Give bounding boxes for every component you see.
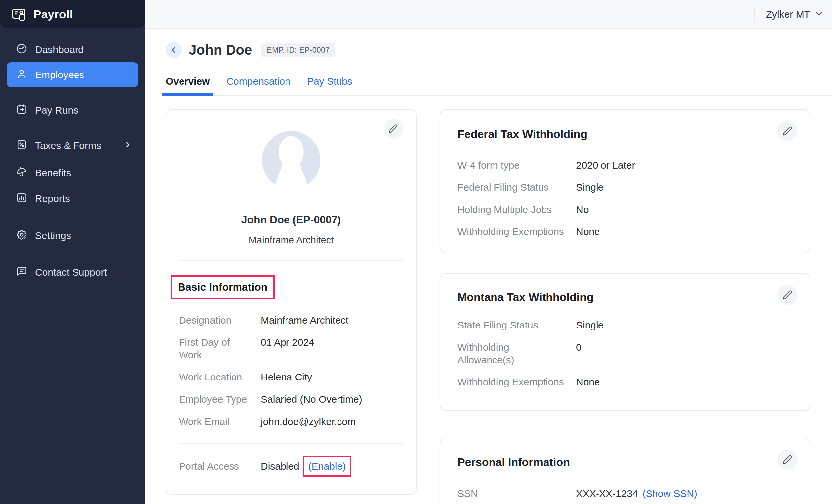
info-row-work-email: Work Email john.doe@zylker.com: [179, 415, 404, 428]
org-switcher[interactable]: Zylker MT: [766, 9, 824, 20]
profile-name: John Doe (EP-0007): [179, 213, 404, 227]
personal-information-card: Personal Information SSN XXX-XX-1234 (Sh…: [440, 438, 810, 504]
edit-profile-button[interactable]: [383, 119, 403, 139]
employee-profile-card: John Doe (EP-0007) Mainframe Architect B…: [165, 109, 417, 495]
taxes-forms-icon: [16, 139, 27, 153]
field-value: XXX-XX-1234: [576, 487, 638, 500]
active-tab-underline: [162, 93, 213, 96]
field-label: Withholding Exemptions: [458, 226, 567, 238]
sidebar-item-settings[interactable]: Settings: [7, 223, 138, 248]
show-ssn-link[interactable]: (Show SSN): [643, 487, 697, 500]
portal-access-row: Portal Access Disabled (Enable): [179, 456, 404, 477]
field-value: Single: [576, 319, 797, 331]
section-title-basic-information: Basic Information: [178, 281, 267, 294]
tab-compensation[interactable]: Compensation: [226, 75, 290, 88]
edit-montana-tax-button[interactable]: [777, 285, 797, 305]
profile-role: Mainframe Architect: [179, 234, 404, 246]
brand[interactable]: Payroll: [0, 0, 145, 28]
info-row-holding-multiple-jobs: Holding Multiple Jobs No: [458, 203, 797, 216]
info-row-state-filing-status: State Filing Status Single: [458, 319, 797, 331]
sidebar-item-label: Benefits: [35, 167, 71, 179]
pay-runs-icon: [16, 103, 27, 117]
field-value: Mainframe Architect: [261, 314, 404, 326]
back-button[interactable]: [165, 42, 182, 58]
field-value: john.doe@zylker.com: [261, 415, 404, 428]
sidebar-item-benefits[interactable]: Benefits: [7, 160, 138, 185]
content-columns: John Doe (EP-0007) Mainframe Architect B…: [165, 109, 810, 504]
tab-pay-stubs[interactable]: Pay Stubs: [307, 75, 353, 88]
sidebar-item-label: Settings: [35, 230, 71, 241]
info-row-withholding-exemptions: Withholding Exemptions None: [458, 376, 797, 389]
reports-icon: [16, 192, 27, 206]
tabs: Overview Compensation Pay Stubs: [165, 75, 832, 96]
field-label: SSN: [458, 487, 529, 500]
annotation-box-enable: (Enable): [303, 456, 352, 477]
federal-rows: W-4 form type 2020 or Later Federal Fili…: [458, 159, 797, 238]
field-value: 0: [576, 341, 797, 354]
portal-status: Disabled: [261, 460, 300, 472]
sidebar-item-employees[interactable]: Employees: [7, 62, 138, 87]
field-label: Federal Filing Status: [458, 181, 567, 194]
avatar: [179, 128, 404, 189]
field-label: Portal Access: [179, 460, 250, 473]
info-row-federal-filing-status: Federal Filing Status Single: [458, 181, 797, 194]
main-area: Zylker MT John Doe EMP. ID: EP-0007: [145, 0, 832, 504]
field-value: None: [576, 226, 797, 238]
dashboard-icon: [16, 43, 27, 57]
sidebar-item-reports[interactable]: Reports: [7, 186, 138, 211]
portal-access-value: Disabled (Enable): [261, 456, 404, 477]
contact-support-icon: [16, 265, 27, 280]
payroll-app: Payroll Dashboard Employees: [0, 0, 832, 504]
field-value: None: [576, 376, 797, 389]
field-label: Withholding Allowance(s): [458, 341, 567, 366]
pencil-icon: [782, 290, 792, 300]
field-value: No: [576, 203, 797, 216]
page-header: John Doe EMP. ID: EP-0007: [165, 42, 810, 59]
info-row-employee-type: Employee Type Salaried (No Overtime): [179, 393, 404, 406]
divider: [179, 260, 404, 261]
payroll-logo-icon: [10, 6, 26, 22]
employee-id-badge: EMP. ID: EP-0007: [261, 43, 335, 57]
info-row-work-location: Work Location Helena City: [179, 371, 404, 383]
employee-detail-page: John Doe EMP. ID: EP-0007 Overview Compe…: [145, 29, 832, 504]
card-title: Personal Information: [458, 439, 797, 469]
montana-rows: State Filing Status Single Withholding A…: [458, 319, 797, 389]
right-column: Federal Tax Withholding W-4 form type 20…: [440, 109, 810, 504]
enable-portal-link[interactable]: (Enable): [308, 460, 346, 473]
sidebar-item-taxes-forms[interactable]: Taxes & Forms: [7, 133, 138, 158]
brand-title: Payroll: [33, 8, 73, 21]
info-row-designation: Designation Mainframe Architect: [179, 314, 404, 326]
sidebar-item-pay-runs[interactable]: Pay Runs: [7, 98, 138, 123]
sidebar-item-label: Taxes & Forms: [35, 140, 101, 151]
pencil-icon: [388, 124, 398, 134]
sidebar-item-label: Contact Support: [35, 267, 107, 278]
field-label: State Filing Status: [458, 319, 567, 331]
field-value: Salaried (No Overtime): [261, 393, 404, 406]
chevron-down-icon: [814, 9, 824, 20]
field-label: Designation: [179, 314, 250, 326]
field-value: Helena City: [261, 371, 404, 383]
field-value: Single: [576, 181, 797, 194]
sidebar-item-label: Pay Runs: [35, 105, 78, 116]
settings-gear-icon: [16, 229, 27, 243]
card-title: Federal Tax Withholding: [458, 110, 797, 141]
sidebar-item-contact-support[interactable]: Contact Support: [7, 260, 138, 285]
info-row-withholding-exemptions: Withholding Exemptions None: [458, 226, 797, 238]
benefits-icon: [16, 166, 27, 180]
field-label: Holding Multiple Jobs: [458, 203, 567, 216]
pencil-icon: [782, 455, 792, 465]
field-value: 2020 or Later: [576, 159, 797, 171]
card-title: Montana Tax Withholding: [458, 274, 797, 304]
info-row-w4-form-type: W-4 form type 2020 or Later: [458, 159, 797, 171]
edit-personal-information-button[interactable]: [777, 450, 797, 470]
employees-icon: [16, 68, 27, 82]
tab-overview[interactable]: Overview: [165, 75, 210, 88]
org-name: Zylker MT: [766, 9, 810, 20]
sidebar-item-dashboard[interactable]: Dashboard: [7, 37, 138, 62]
sidebar-item-label: Employees: [35, 69, 84, 80]
federal-tax-withholding-card: Federal Tax Withholding W-4 form type 20…: [440, 109, 810, 252]
basic-information-rows: Designation Mainframe Architect First Da…: [179, 314, 404, 428]
edit-federal-tax-button[interactable]: [777, 121, 797, 141]
topbar-divider: [754, 7, 755, 22]
field-label: Withholding Exemptions: [458, 376, 567, 389]
